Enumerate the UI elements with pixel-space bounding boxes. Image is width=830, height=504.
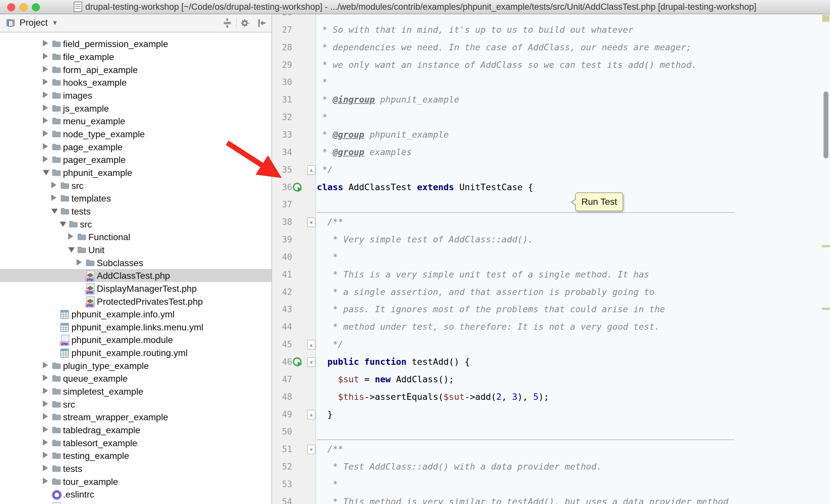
tree-row-tablesort-example[interactable]: tablesort_example [0, 437, 272, 449]
expand-arrow-icon[interactable] [43, 156, 48, 162]
error-stripe-mark[interactable] [822, 308, 830, 310]
expand-arrow-icon[interactable] [43, 452, 48, 458]
expand-arrow-icon[interactable] [43, 78, 48, 85]
editor[interactable]: 2627 * So with that in mind, it's up to … [272, 13, 830, 504]
fold-end-icon[interactable]: ▲ [307, 340, 316, 349]
tree-row-tabledrag-example[interactable]: tabledrag_example [0, 424, 272, 437]
tree-row-phpunit-example-routing-yml[interactable]: phpunit_example.routing.yml [0, 346, 272, 359]
expand-arrow-icon[interactable] [68, 233, 73, 239]
expand-arrow-icon[interactable] [43, 388, 48, 394]
fold-start-icon[interactable]: ▼ [307, 357, 316, 367]
tree-row-images[interactable]: images [0, 89, 272, 102]
tree-row-hooks-example[interactable]: hooks_example [0, 76, 272, 89]
code-line-32[interactable]: * [317, 108, 327, 126]
tree-row-src[interactable]: src [0, 218, 272, 231]
project-view-selector[interactable]: Project ▼ [6, 13, 58, 32]
fold-end-icon[interactable]: ▲ [307, 165, 316, 175]
tree-row-addclasstest-php[interactable]: phpAddClassTest.php [0, 269, 272, 282]
tree-row-unit[interactable]: Unit [0, 243, 272, 257]
expand-arrow-icon[interactable] [51, 194, 57, 201]
code-line-47[interactable]: $sut = new AddClass(); [317, 371, 454, 388]
collapse-arrow-icon[interactable] [51, 209, 58, 214]
tree-row-phpunit-example-module[interactable]: phpphpunit_example.module [0, 333, 272, 346]
code-line-30[interactable]: * [317, 73, 327, 91]
tree-row-functional[interactable]: Functional [0, 230, 272, 243]
tree-row-tests[interactable]: tests [0, 462, 272, 475]
fold-start-icon[interactable]: ▼ [307, 217, 316, 227]
code-line-51[interactable]: /** [317, 440, 343, 458]
fold-end-icon[interactable]: ▲ [307, 410, 316, 419]
tree-row-pager-example[interactable]: pager_example [0, 153, 272, 166]
error-stripe-top-mark[interactable] [822, 15, 829, 22]
tree-row-displaymanagertest-php[interactable]: phpDisplayManagerTest.php [0, 282, 272, 295]
expand-arrow-icon[interactable] [43, 40, 48, 46]
code-line-44[interactable]: * method under test, so therefore: It is… [317, 318, 660, 336]
tree-row-src[interactable]: src [0, 398, 272, 411]
expand-arrow-icon[interactable] [43, 130, 48, 137]
expand-arrow-icon[interactable] [51, 182, 57, 188]
code-line-29[interactable]: * we only want an instance of AddClass s… [317, 56, 697, 74]
expand-arrow-icon[interactable] [43, 362, 48, 368]
expand-arrow-icon[interactable] [43, 426, 48, 433]
tree-row-node-type-example[interactable]: node_type_example [0, 128, 272, 140]
code-line-36[interactable]: class AddClassTest extends UnitTestCase … [317, 178, 533, 196]
code-line-33[interactable]: * @group phpunit_example [317, 126, 449, 143]
expand-arrow-icon[interactable] [43, 53, 48, 59]
expand-arrow-icon[interactable] [43, 117, 48, 124]
tree-row-composer-json[interactable]: {}composer.json [0, 501, 272, 504]
code-line-54[interactable]: * This method is very similar to testAdd… [317, 493, 728, 504]
run-test-gutter-icon[interactable] [293, 357, 302, 367]
collapse-arrow-icon[interactable] [68, 247, 75, 253]
code-line-31[interactable]: * @ingroup phpunit_example [317, 91, 459, 108]
tree-row-simpletest-example[interactable]: simpletest_example [0, 385, 272, 398]
code-line-38[interactable]: /** [317, 213, 343, 231]
tree-row-tests[interactable]: tests [0, 205, 272, 218]
code-line-42[interactable]: * a single assertion, and that assertion… [317, 283, 655, 301]
tree-row-field-permission-example[interactable]: field_permission_example [0, 37, 272, 50]
collapse-arrow-icon[interactable] [60, 222, 66, 227]
code-line-52[interactable]: * Test AddClass::add() with a data provi… [317, 458, 602, 475]
tree-row-phpunit-example[interactable]: phpunit_example [0, 166, 272, 179]
code-line-41[interactable]: * This is a very simple unit test of a s… [317, 266, 649, 283]
expand-arrow-icon[interactable] [43, 104, 48, 111]
tree-row-plugin-type-example[interactable]: plugin_type_example [0, 359, 272, 372]
code-line-27[interactable]: * So with that in mind, it's up to us to… [317, 21, 633, 39]
tree-row-phpunit-example-links-menu-yml[interactable]: phpunit_example.links.menu.yml [0, 321, 272, 334]
expand-arrow-icon[interactable] [43, 413, 48, 419]
collapse-arrow-icon[interactable] [43, 170, 49, 175]
expand-arrow-icon[interactable] [43, 66, 48, 72]
collapse-all-icon[interactable] [222, 18, 232, 28]
tree-row-src[interactable]: src [0, 179, 272, 192]
code-line-40[interactable]: * [317, 248, 338, 266]
tree-row-stream-wrapper-example[interactable]: stream_wrapper_example [0, 410, 272, 424]
code-line-43[interactable]: * pass. It ignores most of the problems … [317, 301, 665, 318]
settings-gear-icon[interactable] [240, 18, 251, 28]
expand-arrow-icon[interactable] [43, 401, 48, 407]
tree-row-protectedprivatestest-php[interactable]: phpProtectedPrivatesTest.php [0, 295, 272, 308]
code-line-48[interactable]: $this->assertEquals($sut->add(2, 3), 5); [317, 388, 549, 406]
code-line-45[interactable]: */ [317, 336, 343, 353]
code-line-39[interactable]: * Very simple test of AddClass::add(). [317, 231, 533, 248]
run-test-gutter-icon[interactable] [293, 183, 302, 193]
expand-arrow-icon[interactable] [43, 374, 48, 381]
tree-row-form-api-example[interactable]: form_api_example [0, 63, 272, 76]
expand-arrow-icon[interactable] [43, 92, 48, 98]
code-line-46[interactable]: public function testAdd() { [317, 353, 470, 371]
code-line-35[interactable]: */ [317, 161, 333, 178]
code-line-53[interactable]: * [317, 475, 338, 493]
tree-row-phpunit-example-info-yml[interactable]: phpunit_example.info.yml [0, 308, 272, 321]
expand-arrow-icon[interactable] [43, 478, 48, 484]
expand-arrow-icon[interactable] [43, 465, 48, 471]
tree-row-menu-example[interactable]: menu_example [0, 114, 272, 128]
fold-start-icon[interactable]: ▼ [307, 445, 316, 455]
expand-arrow-icon[interactable] [43, 439, 48, 445]
tree-row--eslintrc[interactable]: .eslintrc [0, 488, 272, 501]
code-line-49[interactable]: } [317, 406, 333, 423]
tree-row-file-example[interactable]: file_example [0, 50, 272, 63]
editor-scrollbar[interactable] [824, 92, 828, 158]
tree-row-tour-example[interactable]: tour_example [0, 475, 272, 488]
error-stripe-mark[interactable] [822, 245, 830, 247]
code-line-28[interactable]: * dependencies we need. In the case of A… [317, 39, 692, 56]
expand-arrow-icon[interactable] [43, 143, 48, 149]
tree-row-js-example[interactable]: js_example [0, 102, 272, 115]
